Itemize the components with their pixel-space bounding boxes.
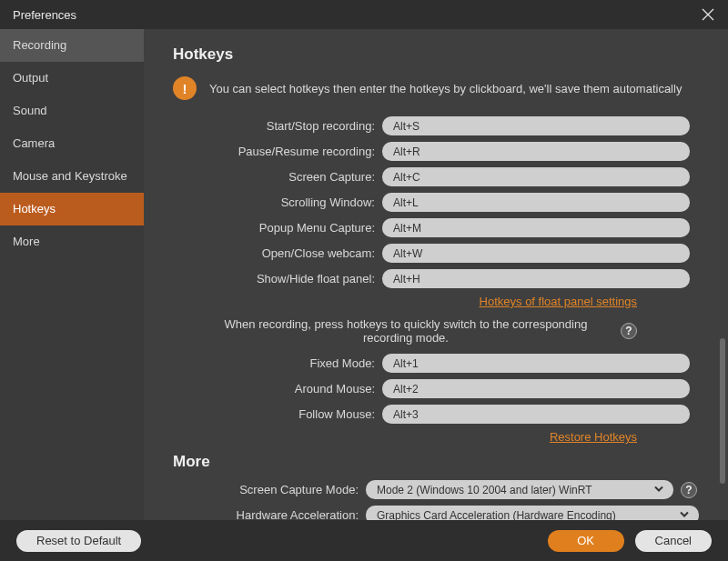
link-restore-hotkeys[interactable]: Restore Hotkeys	[550, 430, 637, 444]
help-icon[interactable]: ?	[621, 323, 637, 339]
sidebar-item-output[interactable]: Output	[0, 62, 144, 95]
titlebar: Preferences	[0, 0, 728, 29]
sidebar-item-recording[interactable]: Recording	[0, 29, 144, 62]
input-webcam[interactable]	[382, 244, 690, 263]
label-screen-capture: Screen Capture:	[173, 170, 382, 184]
sidebar-item-more[interactable]: More	[0, 225, 144, 258]
scrollbar-thumb[interactable]	[720, 338, 725, 484]
label-follow-mouse: Follow Mouse:	[173, 407, 382, 421]
select-screen-cap-mode[interactable]: Mode 2 (Windows 10 2004 and later) WinRT	[366, 480, 673, 499]
input-float-panel[interactable]	[382, 269, 690, 288]
input-popup-menu[interactable]	[382, 218, 690, 237]
window-title: Preferences	[13, 8, 76, 22]
label-hw-accel: Hardware Acceleration:	[173, 508, 366, 520]
sidebar-item-sound[interactable]: Sound	[0, 95, 144, 127]
link-float-panel-settings[interactable]: Hotkeys of float panel settings	[480, 295, 637, 308]
label-around-mouse: Around Mouse:	[173, 382, 382, 396]
reset-to-default-button[interactable]: Reset to Default	[16, 530, 141, 552]
label-scrolling-window: Scrolling Window:	[173, 195, 382, 209]
hotkeys-heading: Hotkeys	[173, 45, 699, 64]
input-pause-resume[interactable]	[382, 142, 690, 161]
label-fixed-mode: Fixed Mode:	[173, 356, 382, 370]
close-icon[interactable]	[701, 7, 715, 22]
select-hw-accel[interactable]: Graphics Card Acceleration (Hardware Enc…	[366, 506, 699, 520]
sidebar-item-mouse-keystroke[interactable]: Mouse and Keystroke	[0, 160, 144, 193]
more-heading: More	[173, 453, 699, 471]
label-webcam: Open/Close webcam:	[173, 246, 382, 260]
label-popup-menu: Popup Menu Capture:	[173, 221, 382, 235]
cancel-button[interactable]: Cancel	[635, 530, 712, 552]
input-start-stop[interactable]	[382, 116, 690, 135]
hotkeys-hint: You can select hotkeys then enter the ho…	[209, 82, 682, 95]
label-screen-cap-mode: Screen Capture Mode:	[173, 483, 366, 496]
content-pane: Hotkeys ! You can select hotkeys then en…	[144, 29, 728, 520]
input-scrolling-window[interactable]	[382, 193, 690, 212]
scrollbar[interactable]	[719, 29, 726, 520]
input-around-mouse[interactable]	[382, 379, 690, 398]
mode-hint: When recording, press hotkeys to quickly…	[173, 317, 612, 345]
input-screen-capture[interactable]	[382, 167, 690, 186]
sidebar-item-camera[interactable]: Camera	[0, 127, 144, 160]
exclamation-icon: !	[173, 76, 197, 100]
help-icon[interactable]: ?	[681, 482, 697, 498]
sidebar-item-hotkeys[interactable]: Hotkeys	[0, 193, 144, 225]
label-float-panel: Show/Hide float panel:	[173, 272, 382, 286]
input-fixed-mode[interactable]	[382, 354, 690, 373]
label-start-stop: Start/Stop recording:	[173, 119, 382, 133]
sidebar: Recording Output Sound Camera Mouse and …	[0, 29, 144, 520]
label-pause-resume: Pause/Resume recording:	[173, 145, 382, 158]
ok-button[interactable]: OK	[548, 530, 624, 552]
input-follow-mouse[interactable]	[382, 405, 690, 424]
footer: Reset to Default OK Cancel	[0, 520, 728, 561]
